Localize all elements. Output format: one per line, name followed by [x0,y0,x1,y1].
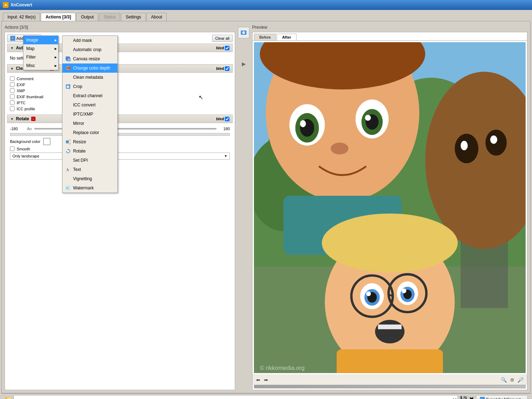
menu-clean-metadata[interactable]: Clean metadata [62,73,117,82]
menu-mirror[interactable]: Mirror [62,119,117,128]
menu-change-color-depth[interactable]: Change color depth [62,63,117,73]
slider-bar[interactable] [10,133,230,136]
exif-checkbox[interactable] [10,82,15,87]
smooth-row: Smooth [10,146,230,151]
save-icon[interactable]: 💾 [460,396,467,399]
menu-crop[interactable]: Crop [62,82,117,91]
content-area: Actions [3/3] + Add action > Clear all ▼… [1,21,531,393]
clean-metadata-checkbox[interactable] [225,66,229,71]
menu-level2[interactable]: Add mask Automatic crop Canvas resize [62,35,118,193]
menu-icc-convert[interactable]: ICC convert [62,100,117,110]
svg-text:N: N [481,398,483,399]
rotate-checkbox[interactable] [225,117,229,121]
automati-arrow: ▼ [10,46,14,50]
menu-add-mask[interactable]: Add mask [62,36,117,45]
left-panel: Actions [3/3] + Add action > Clear all ▼… [5,24,235,390]
icc-profile-label: ICC profile [17,107,35,111]
menu-image[interactable]: Image [23,36,58,44]
tab-actions[interactable]: Actions [3/3] [41,13,76,21]
path-input[interactable] [13,395,458,399]
icc-profile-checkbox[interactable] [10,106,15,111]
menu-replace-color[interactable]: Replace color [62,128,117,137]
svg-text:A: A [66,168,69,172]
exif-thumbnail-label: EXIF thumbnail [17,95,43,99]
orientation-dropdown[interactable]: Only landscape ▼ [10,153,230,160]
menu-iptc-xmp[interactable]: IPTC/XMP [62,110,117,119]
preview-icon [240,29,247,36]
automatic-crop-icon [65,47,71,52]
exif-thumbnail-row: EXIF thumbnail [10,94,230,99]
add-mask-icon [65,38,71,43]
clean-metadata-menu-icon [65,74,71,80]
extract-channel-icon [65,93,71,99]
bg-color-label: Background color [10,139,40,144]
menu-canvas-resize[interactable]: Canvas resize [62,54,117,63]
zoom-in-button[interactable]: 🔍 [500,376,508,383]
watermark-icon: W [65,185,71,191]
menu-set-dpi[interactable]: Set DPI [62,156,117,165]
menu-watermark[interactable]: W Watermark [62,183,117,193]
menu-automatic-crop[interactable]: Automatic crop [62,45,117,54]
comment-checkbox[interactable] [10,76,15,81]
tab-after[interactable]: After [277,34,297,40]
forward-button[interactable]: ➡ [263,376,269,383]
menu-level1[interactable]: Image Map Filter Misc [23,35,59,70]
bg-color-swatch[interactable] [43,138,50,145]
menu-filter-label: Filter [26,55,36,60]
automatic-crop-label: Automatic crop [73,47,101,52]
zoom-out-button[interactable]: 🔎 [517,376,524,383]
add-icon: + [10,36,15,41]
svg-point-34 [366,292,371,296]
expand-arrow[interactable]: ▶ [242,61,246,67]
delete-icon[interactable]: ✖ [469,396,474,399]
rotate-icon [65,148,71,154]
set-dpi-icon [65,157,71,163]
iptc-label: IPTC [17,101,26,105]
menu-map[interactable]: Map [23,44,58,53]
exif-thumbnail-checkbox[interactable] [10,94,15,99]
iptc-checkbox[interactable] [10,100,15,105]
menu-extract-channel[interactable]: Extract channel [62,91,117,100]
app-title: XnConvert [11,2,32,7]
menu-image-label: Image [26,38,38,43]
rotate-remove-button[interactable]: − [31,117,35,121]
text-icon: A [65,167,71,172]
menu-filter[interactable]: Filter [23,53,58,61]
smooth-checkbox[interactable] [10,146,15,151]
xmp-checkbox[interactable] [10,88,15,93]
menu-misc[interactable]: Misc [23,61,58,70]
menu-rotate[interactable]: Rotate [62,146,117,156]
tab-output[interactable]: Output [76,13,98,21]
clear-all-button[interactable]: Clear all [212,35,233,42]
clean-metadata-menu-label: Clean metadata [73,75,103,80]
iptc-xmp-icon [65,111,71,117]
preview-box: Before After [252,32,527,390]
preview-scrollbar[interactable] [254,385,526,388]
bg-color-row: Background color [10,138,230,145]
menu-text[interactable]: A Text [62,165,117,174]
svg-point-39 [375,320,404,344]
tab-about[interactable]: About [146,13,167,21]
canvas-resize-icon [65,56,71,62]
rotate-min-label: -180 [10,127,24,131]
back-button[interactable]: ⬅ [255,376,261,383]
tab-before[interactable]: Before [254,34,276,40]
replace-color-label: Replace color [73,130,99,135]
preview-toggle-button[interactable] [238,27,249,38]
menu-vignetting[interactable]: Vignetting [62,174,117,183]
fit-button[interactable]: ⊞ [510,377,515,383]
main-container: Input: 42 file(s) Actions [3/3] Output S… [0,10,532,399]
preview-image: © rikkomedia.org [254,42,526,373]
folder-button[interactable]: 📁 [4,396,11,399]
export-nconvert-button[interactable]: N Export for NConvert... [476,395,528,399]
crop-icon [65,84,71,89]
change-color-depth-icon [65,65,71,71]
tab-settings[interactable]: Settings [121,13,145,21]
mirror-label: Mirror [73,121,84,126]
menu-resize[interactable]: Resize [62,137,117,146]
tab-input[interactable]: Input: 42 file(s) [3,13,40,21]
svg-point-20 [331,143,348,154]
automati-checkbox[interactable] [225,46,229,50]
svg-rect-45 [67,58,70,61]
xmp-label: XMP [17,89,25,93]
